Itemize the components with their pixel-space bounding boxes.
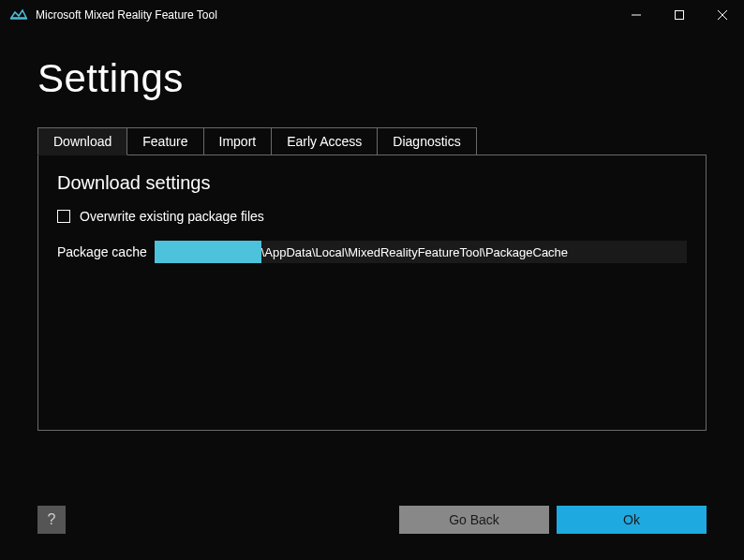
package-cache-label: Package cache [57, 244, 147, 259]
page-title: Settings [37, 56, 707, 101]
redacted-block [155, 241, 261, 263]
package-cache-input[interactable]: \AppData\Local\MixedRealityFeatureTool\P… [155, 241, 687, 263]
overwrite-checkbox[interactable] [57, 210, 70, 223]
tab-feature[interactable]: Feature [126, 127, 203, 155]
titlebar: Microsoft Mixed Reality Feature Tool [0, 0, 744, 30]
minimize-button[interactable] [615, 0, 658, 30]
footer-buttons: Go Back Ok [399, 506, 707, 534]
help-button[interactable]: ? [37, 506, 66, 534]
titlebar-title: Microsoft Mixed Reality Feature Tool [36, 8, 217, 22]
tabs: Download Feature Import Early Access Dia… [37, 127, 707, 155]
package-cache-row: Package cache \AppData\Local\MixedRealit… [57, 241, 687, 263]
tab-download[interactable]: Download [37, 127, 127, 155]
tab-import[interactable]: Import [203, 127, 273, 155]
tab-panel-download: Download settings Overwrite existing pac… [37, 155, 707, 431]
titlebar-controls [615, 0, 744, 30]
overwrite-checkbox-row: Overwrite existing package files [57, 209, 687, 224]
app-icon [9, 7, 28, 22]
maximize-button[interactable] [658, 0, 701, 30]
tab-diagnostics[interactable]: Diagnostics [377, 127, 476, 155]
tab-early-access[interactable]: Early Access [271, 127, 378, 155]
content-area: Settings Download Feature Import Early A… [0, 56, 744, 431]
go-back-button[interactable]: Go Back [399, 506, 549, 534]
close-button[interactable] [701, 0, 744, 30]
overwrite-checkbox-label: Overwrite existing package files [80, 209, 264, 224]
package-cache-path: \AppData\Local\MixedRealityFeatureTool\P… [261, 245, 568, 259]
svg-rect-2 [676, 11, 684, 20]
panel-heading: Download settings [57, 172, 687, 194]
footer: ? Go Back Ok [37, 506, 707, 534]
ok-button[interactable]: Ok [557, 506, 707, 534]
